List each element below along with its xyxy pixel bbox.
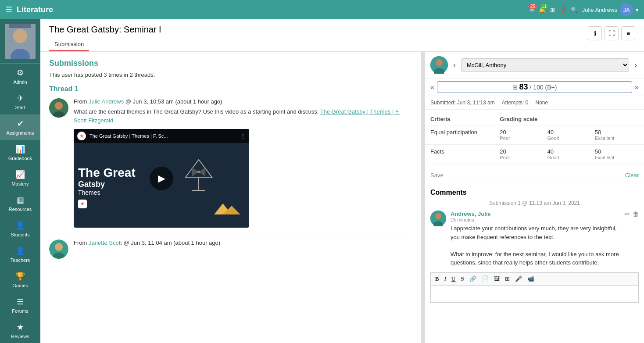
comment-1-body: Andrews, Julie 15 minutes I appreciate y… [451, 211, 620, 267]
editor-link-button[interactable]: 🔗 [468, 275, 478, 283]
start-icon: ✈ [17, 93, 24, 103]
sidebar-item-forums-label: Forums [12, 308, 28, 314]
save-row: Save Clear [425, 168, 644, 183]
video-logo: ★ [77, 132, 86, 140]
main-layout: ⚙ Admin ✈ Start ✔ Assignments 📊 Gradeboo… [0, 19, 644, 343]
menu-button[interactable]: ≡ [621, 26, 635, 40]
notifications-icon[interactable]: ✉ 25 [530, 7, 534, 13]
grade-1-poor[interactable]: 20 Poor [500, 129, 544, 141]
editor-underline-button[interactable]: U [450, 275, 457, 283]
edit-comment-button[interactable]: ✏ [625, 211, 630, 218]
student-dropdown[interactable]: McGill, Anthony [461, 58, 629, 72]
criteria-2: Facts [430, 148, 500, 155]
help-icon[interactable]: ❓ [559, 7, 566, 13]
svg-point-19 [436, 59, 443, 66]
tab-submission[interactable]: Submission [49, 38, 89, 51]
post-1-author-link[interactable]: Julie Andrews [89, 98, 124, 105]
editor-image-button[interactable]: 🖼 [492, 275, 501, 283]
delete-comment-button[interactable]: 🗑 [633, 211, 639, 218]
comment-1: Andrews, Julie 15 minutes I appreciate y… [430, 211, 639, 267]
editor-doc-button[interactable]: 📄 [480, 275, 490, 283]
score-row: « ⊞ 83 / 100 (B+) » [425, 79, 644, 96]
sidebar-item-forums[interactable]: ☰ Forums [0, 293, 40, 318]
expand-button[interactable]: ⛶ [605, 26, 619, 40]
editor-table-button[interactable]: ⊞ [503, 275, 512, 283]
criteria-header: Criteria [430, 116, 500, 122]
user-menu[interactable]: Julie Andrews JA ▾ [582, 3, 639, 16]
info-button[interactable]: ℹ [588, 26, 602, 40]
play-button[interactable]: ▶ [150, 167, 173, 190]
sidebar-item-mastery-label: Mastery [11, 181, 29, 186]
post-divider [49, 235, 412, 235]
sidebar-item-resources[interactable]: ▦ Resources [0, 191, 40, 216]
chevron-down-icon: ▾ [636, 7, 639, 13]
post-1-from: From Julie Andrews @ Jun 3, 10:53 am (ab… [74, 98, 412, 105]
sidebar-item-admin-label: Admin [13, 79, 27, 85]
editor-mic-button[interactable]: 🎤 [513, 275, 524, 283]
gradebook-icon: 📊 [15, 144, 25, 154]
editor-video-button[interactable]: 📹 [526, 275, 536, 283]
sidebar-item-start-label: Start [15, 105, 25, 110]
content-area: The Great Gatsby: Seminar I Submission ℹ… [40, 19, 644, 343]
comment-submission-label: Submission 1 @ 11:13 am Jun 3, 2021 [430, 200, 639, 206]
sidebar-item-gradebook[interactable]: 📊 Gradebook [0, 140, 40, 165]
sidebar-item-students[interactable]: 👤 Students [0, 216, 40, 242]
editor-bold-button[interactable]: B [433, 275, 441, 283]
sidebar-item-assignments[interactable]: ✔ Assignments [0, 114, 40, 140]
teachers-icon: 👤 [15, 246, 25, 256]
sidebar-item-teachers-label: Teachers [11, 257, 30, 263]
attempts: Attempts: 0 [502, 100, 529, 106]
next-submission-button[interactable]: » [635, 83, 639, 91]
video-thumbnail[interactable]: ★ The Great Gatsby | Themes | F. Sc... ⋮… [74, 129, 249, 228]
submitted-info: Submitted: Jun 3, 11:13 am Attempts: 0 N… [425, 96, 644, 110]
save-button[interactable]: Save [430, 172, 444, 179]
grid-icon[interactable]: ⊞ [550, 7, 555, 13]
grading-scale-header: Grading scale [500, 116, 639, 122]
post-1-avatar [49, 98, 68, 118]
grade-2-excellent[interactable]: 50 Excellent [595, 148, 639, 160]
sidebar-item-admin[interactable]: ⚙ Admin [0, 64, 40, 89]
svg-point-12 [197, 171, 200, 173]
grade-2-good[interactable]: 40 Good [547, 148, 591, 160]
sidebar-item-teachers[interactable]: 👤 Teachers [0, 242, 40, 267]
svg-point-16 [55, 243, 63, 251]
clear-button[interactable]: Clear [625, 172, 639, 179]
grade-1-excellent[interactable]: 50 Excellent [595, 129, 639, 141]
post-2-body: From Janette Scott @ Jun 3, 11:04 am (ab… [74, 239, 412, 259]
grade-2-poor[interactable]: 20 Poor [500, 148, 544, 160]
post-2-author-link[interactable]: Janette Scott [89, 239, 122, 246]
top-navigation: ☰ Literature ✉ 25 🔔 11 ⊞ ❓ 🔍 Julie Andre… [0, 0, 644, 19]
submitted-date: Submitted: Jun 3, 11:13 am [430, 100, 495, 106]
sidebar-item-start[interactable]: ✈ Start [0, 89, 40, 114]
prev-submission-button[interactable]: « [430, 83, 434, 91]
next-student-button[interactable]: › [633, 59, 639, 71]
sidebar-item-mastery[interactable]: 📈 Mastery [0, 165, 40, 191]
svg-marker-7 [186, 160, 212, 177]
post-1-body: From Julie Andrews @ Jun 3, 10:53 am (ab… [74, 98, 412, 228]
resize-handle[interactable] [421, 52, 425, 343]
notifications-badge: 25 [529, 4, 537, 9]
editor-italic-button[interactable]: I [443, 275, 448, 283]
post-2-avatar [49, 239, 68, 259]
comment-1-author: Andrews, Julie [451, 211, 620, 217]
resources-icon: ▦ [17, 195, 24, 205]
games-icon: 🏆 [15, 272, 25, 281]
video-title: The Great Gatsby | Themes | F. Sc... [89, 133, 168, 139]
alerts-icon[interactable]: 🔔 11 [539, 7, 546, 13]
search-icon[interactable]: 🔍 [571, 7, 578, 13]
page-header-left: The Great Gatsby: Seminar I Submission [49, 25, 161, 51]
comment-1-time: 15 minutes [451, 217, 620, 222]
main-content: Submissions This user has posted 3 times… [40, 52, 644, 343]
prev-student-button[interactable]: ‹ [451, 59, 458, 71]
grade-1-good[interactable]: 40 Good [547, 129, 591, 141]
sidebar-item-games[interactable]: 🏆 Games [0, 267, 40, 293]
sidebar-item-reviews[interactable]: ★ Reviews [0, 318, 40, 343]
hamburger-menu[interactable]: ☰ [5, 5, 12, 14]
video-more-icon[interactable]: ⋮ [240, 133, 246, 139]
profile-image [5, 24, 36, 59]
sidebar-profile [0, 19, 40, 64]
editor-strikethrough-button[interactable]: S [459, 275, 465, 283]
comment-input[interactable] [430, 285, 639, 303]
nav-icons: ✉ 25 🔔 11 ⊞ ❓ 🔍 Julie Andrews JA ▾ [530, 3, 639, 16]
post-1-text: What are the central themes in The Great… [74, 107, 412, 125]
